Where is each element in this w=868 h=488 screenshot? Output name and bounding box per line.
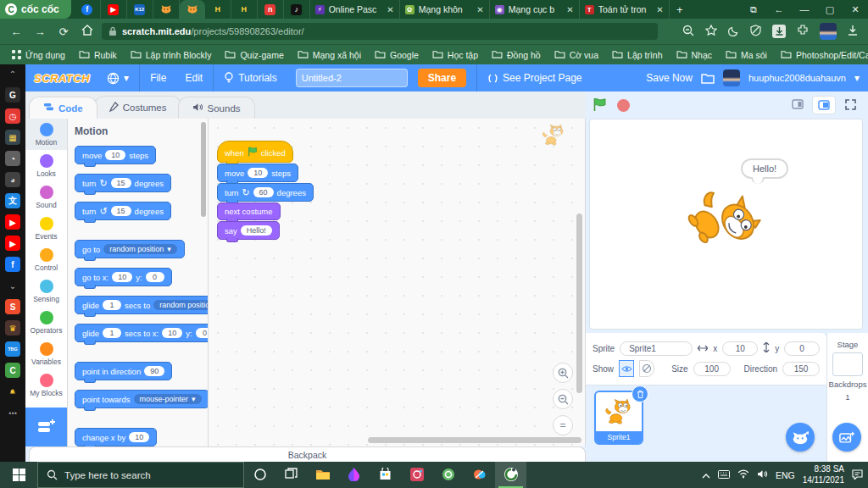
translate-icon[interactable]: 文 (5, 193, 20, 208)
block-motion[interactable]: go torandom position▾ (75, 240, 185, 258)
stage-cat-sprite[interactable] (672, 171, 772, 272)
direction-input[interactable]: 150 (782, 362, 820, 376)
bookmark-folder[interactable]: Ma sói (721, 48, 772, 62)
pinned-tab-facebook[interactable]: f (75, 0, 101, 19)
block-dropdown[interactable]: random position▾ (153, 300, 209, 310)
block-motion[interactable]: change x by10 (75, 428, 157, 446)
size-input[interactable]: 100 (693, 362, 731, 376)
bookmark-folder[interactable]: Học tập (427, 48, 483, 62)
tab-code[interactable]: Code (29, 97, 97, 119)
my-stuff-folder-icon[interactable] (701, 73, 715, 84)
backdrop-thumbnail[interactable] (832, 352, 863, 376)
bookmark-star-icon[interactable] (705, 25, 717, 38)
extensions-puzzle-icon[interactable] (797, 25, 809, 38)
category-variables[interactable]: Variables (25, 338, 67, 369)
stage[interactable]: Hello! (589, 119, 863, 330)
coccoc-taskbar-taskbar-button[interactable] (495, 462, 526, 488)
small-stage-button[interactable] (787, 96, 809, 113)
address-bar[interactable]: scratch.mit.edu/projects/598908263/edito… (102, 23, 658, 40)
large-stage-button[interactable] (812, 96, 836, 114)
bell-icon[interactable]: 🔔 (5, 384, 20, 399)
tab-costumes[interactable]: Costumes (94, 96, 181, 119)
category-my-blocks[interactable]: My Blocks (25, 369, 67, 401)
block-value-input[interactable]: 0 (196, 328, 209, 338)
tab-close-button[interactable]: ✕ (656, 5, 663, 14)
block-motion[interactable]: point in direction90 (75, 362, 172, 380)
pinned-tab-k12[interactable]: K12 (127, 0, 153, 19)
taskbar-clock[interactable]: 8:38 SA 14/11/2021 (803, 464, 844, 485)
reload-button[interactable]: ⟳ (54, 25, 73, 38)
bookmark-folder[interactable]: Quiz-game (220, 48, 288, 62)
stop-button[interactable] (617, 99, 630, 112)
download-active-icon[interactable] (772, 25, 786, 38)
language-globe-button[interactable]: ▾ (98, 64, 137, 92)
pinned-tab-hoc24[interactable]: H (231, 0, 258, 19)
tab-close-button[interactable]: ✕ (387, 5, 393, 14)
block-value-input[interactable]: 90 (144, 366, 164, 376)
project-name-input[interactable]: Untitled-2 (296, 69, 408, 87)
wifi-icon[interactable] (737, 469, 749, 480)
block-value-input[interactable]: 10 (162, 328, 182, 338)
alarm-icon[interactable]: ◷ (5, 108, 20, 124)
show-sprite-button[interactable] (619, 360, 634, 377)
palette-scrollbar[interactable] (201, 122, 206, 217)
account-caret-icon[interactable]: ▾ (854, 72, 860, 84)
pinned-tab-scratch-cat[interactable] (180, 0, 205, 19)
app-green-taskbar-button[interactable] (432, 462, 464, 488)
save-now-button[interactable]: Save Now (646, 72, 693, 84)
block-motion[interactable]: move10steps (217, 164, 298, 182)
fullscreen-button[interactable] (839, 96, 861, 113)
block-motion[interactable]: glide1secs to x:10y:0 (75, 324, 209, 342)
bookmark-folder[interactable]: Cờ vua (549, 48, 604, 62)
collapse-icon[interactable]: ⌃ (5, 66, 20, 81)
pinned-tab-youtube[interactable]: ▶ (101, 0, 127, 19)
zoom-indicator-icon[interactable] (682, 25, 694, 38)
block-value-input[interactable]: 10 (105, 150, 125, 160)
tab-close-button[interactable]: ✕ (476, 5, 483, 14)
add-backdrop-button[interactable] (832, 423, 861, 452)
share-button[interactable]: Share (418, 69, 466, 87)
category-operators[interactable]: Operators (25, 307, 67, 338)
sprite-card-selected[interactable]: Sprite1 (594, 391, 643, 445)
action-center-icon[interactable] (852, 469, 863, 481)
browser-tab[interactable]: TToán tử tron✕ (580, 0, 670, 19)
shopee-icon[interactable]: S (5, 299, 20, 314)
game-icon[interactable]: ♛ (5, 320, 20, 336)
adblock-shield-icon[interactable] (750, 25, 761, 38)
back-button[interactable]: ← (7, 25, 25, 38)
category-looks[interactable]: Looks (25, 150, 67, 181)
news-icon[interactable]: ▦ (5, 130, 20, 145)
bookmark-folder[interactable]: Google (370, 48, 424, 62)
block-motion[interactable]: turn↻60degrees (217, 183, 314, 202)
photos-taskbar-button[interactable] (401, 462, 432, 488)
bookmark-folder[interactable]: Mạng xã hội (292, 48, 366, 62)
maximize-button[interactable]: ▢ (817, 4, 843, 15)
coccoc-icon[interactable]: C (5, 363, 20, 378)
block-value-input[interactable]: 0 (146, 272, 164, 282)
clock-icon[interactable]: ◔ (5, 151, 20, 166)
see-project-page-button[interactable]: See Project Page (479, 64, 590, 92)
delete-sprite-badge[interactable] (632, 385, 648, 402)
tab-close-button[interactable]: ✕ (566, 5, 573, 14)
block-value-input[interactable]: 15 (111, 206, 131, 216)
category-events[interactable]: Events (25, 213, 67, 244)
bookmark-folder[interactable]: Lập trình Blockly (125, 48, 217, 62)
block-motion[interactable]: glide1secs torandom position▾ (75, 296, 209, 314)
store-taskbar-button[interactable] (370, 462, 401, 488)
block-value-input[interactable]: Hello! (241, 225, 272, 236)
sprite-name-input[interactable]: Sprite1 (620, 341, 693, 356)
scratch-user-avatar[interactable] (723, 69, 740, 86)
browser-tab[interactable]: ◉Mạng cục b✕ (490, 0, 580, 19)
bookmark-folder[interactable]: Photoshop/Edit/Cali (776, 48, 868, 62)
home-button[interactable] (78, 25, 97, 38)
category-motion[interactable]: Motion (25, 119, 67, 150)
x-input[interactable]: 10 (722, 341, 758, 356)
backpack-bar[interactable]: Backpack (29, 446, 586, 462)
username-menu[interactable]: huuphuc2008duahauvn (748, 73, 846, 83)
zoom-in-button[interactable] (553, 363, 573, 383)
language-indicator[interactable]: ENG (776, 470, 795, 480)
tab-sounds[interactable]: Sounds (178, 97, 255, 119)
block-dropdown[interactable]: random position▾ (103, 244, 177, 254)
volume-icon[interactable] (757, 469, 768, 480)
zoom-reset-button[interactable]: = (553, 415, 573, 435)
